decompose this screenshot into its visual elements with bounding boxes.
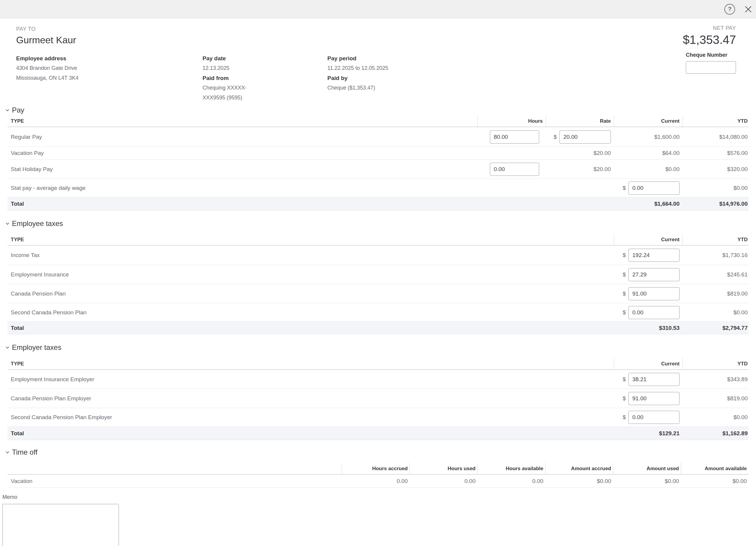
total-current: $129.21 <box>614 430 683 437</box>
pay-period-label: Pay period <box>327 53 536 63</box>
memo-input[interactable] <box>2 504 119 546</box>
net-pay-amount: $1,353.47 <box>683 33 736 47</box>
column-header-hours-available: Hours available <box>477 463 545 475</box>
row-label: Employment Insurance Employer <box>7 376 614 383</box>
current-value: $1,600.00 <box>614 134 683 140</box>
paid-by-label: Paid by <box>327 73 536 83</box>
total-ytd: $1,162.89 <box>683 430 749 437</box>
regular-pay-hours-input[interactable] <box>490 131 539 144</box>
row-label: Second Canada Pension Plan Employer <box>7 414 614 421</box>
pay-to-block: PAY TO Gurmeet Kaur <box>16 26 756 46</box>
column-header-ytd: YTD <box>683 358 749 370</box>
column-header-hours-used: Hours used <box>410 463 477 475</box>
column-header-current: Current <box>614 234 683 246</box>
row-label: Income Tax <box>7 252 614 259</box>
second-canada-pension-plan-employer-input[interactable] <box>628 411 680 424</box>
dollar-prefix: $ <box>553 134 557 140</box>
table-row-employment-insurance: Employment Insurance $ $245.61 <box>7 265 749 284</box>
employer-taxes-total-row: Total $129.21 $1,162.89 <box>7 427 749 440</box>
time-off-section-header[interactable]: Time off <box>5 448 756 457</box>
dollar-prefix: $ <box>622 376 626 383</box>
pay-section-header[interactable]: Pay <box>5 106 756 115</box>
paid-by-value: Cheque ($1,353.47) <box>327 83 536 93</box>
rate-value: $20.00 <box>546 150 614 157</box>
dollar-prefix: $ <box>622 414 626 421</box>
income-tax-input[interactable] <box>628 249 680 262</box>
total-label: Total <box>7 201 477 207</box>
paid-from-label: Paid from <box>203 73 327 83</box>
net-pay-label: NET PAY <box>683 25 736 31</box>
column-header-current: Current <box>614 115 683 127</box>
employer-taxes-section-header[interactable]: Employer taxes <box>5 343 756 352</box>
column-header-amount-used: Amount used <box>613 463 681 475</box>
pay-date-value: 12.13.2025 <box>203 63 327 73</box>
row-label: Stat Holiday Pay <box>7 166 477 173</box>
employee-address-line1: 4304 Brandon Gate Drive <box>16 63 203 73</box>
employee-taxes-total-row: Total $310.53 $2,794.77 <box>7 322 749 334</box>
current-value: $0.00 <box>614 166 683 173</box>
row-label: Second Canada Pension Plan <box>7 309 614 316</box>
dollar-prefix: $ <box>622 272 626 278</box>
second-canada-pension-plan-input[interactable] <box>628 306 680 319</box>
total-label: Total <box>7 430 614 437</box>
section-title-employer-taxes: Employer taxes <box>12 343 61 352</box>
regular-pay-rate-input[interactable] <box>559 131 611 144</box>
total-current: $1,664.00 <box>614 201 683 207</box>
employment-insurance-employer-input[interactable] <box>628 373 680 386</box>
chevron-down-icon <box>5 450 10 455</box>
ytd-value: $245.61 <box>683 272 749 278</box>
ytd-value: $0.00 <box>683 185 749 191</box>
total-current: $310.53 <box>614 325 683 331</box>
amount-used-value: $0.00 <box>613 478 681 484</box>
current-value: $64.00 <box>614 150 683 157</box>
pay-date-label: Pay date <box>203 53 327 63</box>
employment-insurance-input[interactable] <box>628 268 680 281</box>
paid-from-line2: XXX9595 (9595) <box>203 93 327 103</box>
canada-pension-plan-input[interactable] <box>628 287 680 300</box>
table-row-vacation-pay: Vacation Pay $20.00 $64.00 $576.00 <box>7 147 749 160</box>
ytd-value: $343.89 <box>683 376 749 383</box>
pay-total-row: Total $1,664.00 $14,976.00 <box>7 197 749 211</box>
dollar-prefix: $ <box>622 309 626 316</box>
row-label: Vacation Pay <box>7 150 477 157</box>
rate-value: $20.00 <box>546 166 614 173</box>
table-row-canada-pension-plan: Canada Pension Plan $ $819.00 <box>7 284 749 303</box>
pay-to-label: PAY TO <box>16 26 756 32</box>
total-ytd: $14,976.00 <box>683 201 749 207</box>
paycheque-editor: ? PAY TO Gurmeet Kaur NET PAY $1,353.47 … <box>0 0 756 546</box>
employee-taxes-table-header: TYPE Current YTD <box>7 234 749 246</box>
table-row-vacation: Vacation 0.00 0.00 0.00 $0.00 $0.00 $0.0… <box>7 475 749 488</box>
table-row-stat-holiday-pay: Stat Holiday Pay $20.00 $0.00 $320.00 <box>7 160 749 179</box>
column-header-ytd: YTD <box>683 234 749 246</box>
total-label: Total <box>7 325 614 331</box>
table-row-second-canada-pension-plan: Second Canada Pension Plan $ $0.00 <box>7 303 749 322</box>
chevron-down-icon <box>5 221 10 226</box>
help-icon[interactable]: ? <box>724 4 735 15</box>
dollar-prefix: $ <box>622 395 626 402</box>
table-row-regular-pay: Regular Pay $ $1,600.00 $14,080.00 <box>7 127 749 147</box>
column-header-hours: Hours <box>477 115 546 127</box>
amount-available-value: $0.00 <box>681 478 749 484</box>
table-row-income-tax: Income Tax $ $1,730.16 <box>7 246 749 265</box>
cheque-number-input[interactable] <box>686 61 736 74</box>
canada-pension-plan-employer-input[interactable] <box>628 392 680 405</box>
row-label: Canada Pension Plan <box>7 290 614 297</box>
table-row-stat-pay-average-daily-wage: Stat pay - average daily wage $ $0.00 <box>7 179 749 197</box>
employee-taxes-section-header[interactable]: Employee taxes <box>5 219 756 228</box>
time-off-table-header: Hours accrued Hours used Hours available… <box>7 463 749 475</box>
column-header-ytd: YTD <box>683 115 749 127</box>
employee-taxes-table: TYPE Current YTD Income Tax $ $1,730.16 … <box>7 234 749 334</box>
ytd-value: $576.00 <box>683 150 749 157</box>
dollar-prefix: $ <box>622 252 626 259</box>
row-label: Regular Pay <box>7 134 477 140</box>
column-header-current: Current <box>614 358 683 370</box>
paycheque-meta: Employee address 4304 Brandon Gate Drive… <box>16 53 756 103</box>
stat-pay-average-daily-wage-input[interactable] <box>628 182 680 195</box>
memo-block: Memo <box>2 494 756 546</box>
close-icon[interactable] <box>743 4 753 14</box>
column-header-amount-available: Amount available <box>681 463 749 475</box>
ytd-value: $1,730.16 <box>683 252 749 259</box>
dollar-prefix: $ <box>622 185 626 191</box>
stat-holiday-hours-input[interactable] <box>490 163 539 176</box>
ytd-value: $0.00 <box>683 414 749 421</box>
